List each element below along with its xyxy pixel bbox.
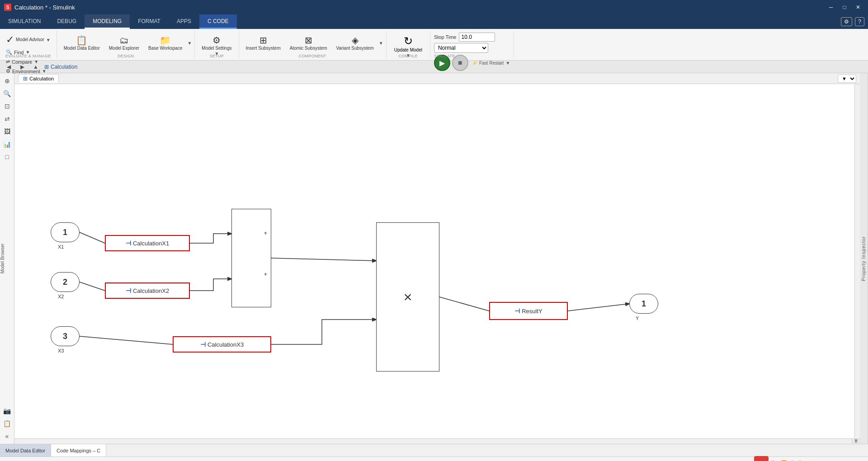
bottom-tab-model-data-editor[interactable]: Model Data Editor [0,444,51,456]
sidebar-swap-button[interactable]: ⇄ [1,113,13,125]
inport-x2[interactable]: 2 [51,272,80,292]
svg-line-4 [271,258,376,261]
left-sidebar: Model Browser ⊕ 🔍 ⊡ ⇄ 🖼 📊 □ 📷 📋 « [0,73,14,444]
compare-button[interactable]: ⇌ Compare ▼ [3,57,42,66]
compile-label: COMPILE [398,54,418,58]
title-text: Calculation * - Simulink [14,4,75,11]
sum-block[interactable]: + + [231,209,271,307]
svg-line-6 [439,297,489,311]
simulink-logo: S [754,456,769,461]
inport3-value: 3 [63,332,67,341]
tab-debug[interactable]: DEBUG [49,14,85,29]
goto1-icon: ⊣ [126,240,131,247]
simulate-label: SIMULATE [434,54,455,58]
sidebar-image-button[interactable]: 🖼 [1,126,13,137]
resize-corner: ⠿ [852,438,860,444]
minimize-button[interactable]: ─ [825,2,837,12]
settings-button[interactable]: ⚙ [841,17,852,26]
bottom-tabs: Model Data Editor Code Mappings – C [0,444,868,456]
svg-line-3 [80,282,105,291]
goto2-icon: ⊣ [126,287,131,294]
tab-ccode[interactable]: C CODE [199,14,237,29]
sidebar-collapse-button[interactable]: « [1,430,13,442]
help-button[interactable]: ? [855,17,864,26]
component-dropdown-icon: ▼ [379,41,383,46]
design-dropdown-icon: ▼ [187,41,192,46]
inport-x2-label: X2 [58,294,64,299]
update-icon: ↻ [404,35,413,47]
tab-format[interactable]: FORMAT [130,14,169,29]
inport-x3-label: X3 [58,348,64,353]
mode-select[interactable]: Normal [434,43,488,53]
svg-text:S: S [6,5,9,10]
advisor-dropdown-icon: ▼ [46,38,51,42]
goto-calculationx1[interactable]: ⊣ CalculationX1 [105,235,190,251]
stop-time-input[interactable] [459,33,495,42]
sum-plus2: + [264,271,267,278]
model-advisor-button[interactable]: ✓ Model Advisor ▼ [3,33,54,47]
product-block[interactable]: × [376,222,439,372]
explorer-icon: 🗂 [119,35,128,46]
window-controls: ─ □ ✕ [825,2,864,12]
model-data-editor-button[interactable]: 📋 Model Data Editor [60,33,104,53]
goto1-label: CalculationX1 [133,240,169,247]
title-bar: S Calculation * - Simulink ─ □ ✕ [0,0,868,14]
compare-dropdown-icon: ▼ [34,59,38,64]
goto-calculationx3[interactable]: ⊣ CalculationX3 [173,336,271,353]
breadcrumb-calculation[interactable]: Calculation [51,64,77,70]
canvas-area: ⊞ Calculation ▼ [14,73,860,444]
variant-icon: ◈ [352,35,359,46]
fast-restart-button[interactable]: ⚡ Fast Restart ▼ [472,61,510,66]
atomic-icon: ⊠ [305,35,312,46]
advisor-icon: ✓ [6,34,14,46]
svg-line-5 [80,336,173,344]
component-label: COMPONENT [298,54,326,58]
sidebar-fit-button[interactable]: ⊡ [1,100,13,112]
diagram-canvas: 1 X1 2 X2 3 X3 ⊣ CalculationX1 ⊣ Calcula… [14,73,860,444]
tab-apps[interactable]: APPS [169,14,199,29]
goto3-icon: ⊣ [200,341,206,348]
vertical-scrollbar[interactable] [854,84,860,438]
compare-icon: ⇌ [6,59,10,65]
evaluate-manage-label: EVALUATE & MANAGE [5,54,51,58]
stop-time-label: Stop Time [434,34,457,40]
inport-x1-label: X1 [58,244,64,249]
sidebar-camera-button[interactable]: 📷 [1,405,13,417]
design-label: DESIGN [118,54,134,58]
goto-result-label: ResultY [522,308,542,315]
model-explorer-button[interactable]: 🗂 Model Explorer [105,33,143,53]
sidebar-zoom-button[interactable]: 🔍 [1,88,13,99]
setup-label: SETUP [210,54,224,58]
bottom-tab-code-mappings[interactable]: Code Mappings – C [51,444,106,456]
sidebar-report-button[interactable]: 📋 [1,418,13,429]
sidebar-add-button[interactable]: ⊕ [1,75,13,87]
restart-dropdown-icon: ▼ [505,61,510,66]
property-inspector-tab[interactable]: Property Inspector [860,73,868,444]
goto-calculationx2[interactable]: ⊣ CalculationX2 [105,282,190,299]
app-icon: S [4,3,12,11]
atomic-subsystem-button[interactable]: ⊠ Atomic Subsystem [286,33,331,53]
horizontal-scrollbar[interactable] [14,438,852,444]
insert-subsystem-button[interactable]: ⊞ Insert Subsystem [242,33,285,53]
goto-resulty[interactable]: ⊣ ResultY [489,302,568,320]
base-workspace-button[interactable]: 📁 Base Workspace [144,33,186,53]
tab-modeling[interactable]: MODELING [85,14,130,29]
inport-x3[interactable]: 3 [51,326,80,346]
sidebar-block-button[interactable]: □ [1,151,13,163]
svg-line-7 [568,304,629,311]
design-dropdown-button[interactable]: ▼ [187,41,192,46]
status-bar: Ready View diagnostics 2 S 英 • 📶 🔊 🔋 ⌨ ⊞… [0,456,868,461]
tab-simulation[interactable]: SIMULATION [0,14,49,29]
maximize-button[interactable]: □ [838,2,851,12]
component-dropdown-button[interactable]: ▼ [379,41,383,46]
status-right: View diagnostics 2 S 英 • 📶 🔊 🔋 ⌨ ⊞ Fixed… [703,456,864,461]
inport2-value: 2 [63,278,67,287]
sidebar-chart-button[interactable]: 📊 [1,138,13,150]
status-logo-area: S 英 • 📶 🔊 🔋 ⌨ ⊞ [754,456,818,461]
compile-section: ↻ Update Model ▼ COMPILE [387,31,430,58]
outport-value: 1 [642,299,646,309]
inport-x1[interactable]: 1 [51,222,80,242]
outport-y[interactable]: 1 [629,294,658,314]
close-button[interactable]: ✕ [852,2,864,12]
variant-subsystem-button[interactable]: ◈ Variant Subsystem [332,33,378,53]
